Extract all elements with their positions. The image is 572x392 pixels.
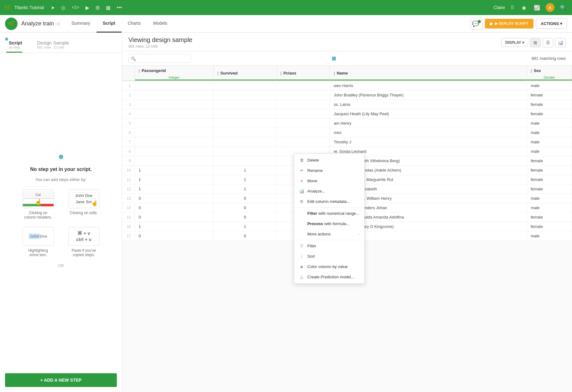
cell-sex[interactable]: male <box>527 194 572 203</box>
cell-sex[interactable]: male <box>527 119 572 128</box>
tab-charts[interactable]: Charts <box>122 15 147 33</box>
sidebar-tab-script[interactable]: Script no step <box>6 38 22 53</box>
cell-survived[interactable]: 1 <box>213 222 276 231</box>
cell-survived[interactable] <box>213 156 276 166</box>
cell-passengerid[interactable]: 0 <box>135 194 213 203</box>
cell-sex[interactable]: male <box>527 137 572 147</box>
menu-item-filter[interactable]: ▽ Filter <box>294 241 364 251</box>
cell-passengerid[interactable]: 1 <box>135 166 213 175</box>
grid-view-button[interactable]: ⊞ <box>530 38 541 47</box>
cell-name[interactable]: Jacques Heath (Lily May Peel) <box>330 109 527 119</box>
cell-pclass[interactable] <box>277 137 330 147</box>
table-row[interactable]: 5 am Henry male <box>122 119 572 128</box>
nav-table-icon[interactable]: ▦ <box>104 3 112 12</box>
menu-item-move[interactable]: ≡ Move <box>294 176 364 186</box>
cell-passengerid[interactable]: 0 <box>135 231 213 241</box>
nav-send-icon[interactable]: ➤ <box>49 3 57 12</box>
menu-item-sort[interactable]: ↕ Sort <box>294 251 364 261</box>
cell-sex[interactable]: female <box>527 166 572 175</box>
cell-name[interactable]: am Henry <box>330 119 527 128</box>
cell-sex[interactable]: male <box>527 147 572 156</box>
th-sex[interactable]: | Sex Gender <box>527 66 572 81</box>
cell-sex[interactable]: female <box>527 156 572 166</box>
cell-survived[interactable] <box>213 128 276 137</box>
nav-code-icon[interactable]: </> <box>70 3 81 12</box>
chart-view-button[interactable]: 📊 <box>555 38 566 47</box>
search-input[interactable] <box>128 54 191 63</box>
menu-item-rename[interactable]: ✏ Rename <box>294 165 364 176</box>
table-row[interactable]: 3 ss. Laina female <box>122 100 572 109</box>
trending-icon[interactable]: 📈 <box>532 3 542 12</box>
cell-name[interactable]: John Bradley (Florence Briggs Thayer) <box>330 90 527 100</box>
cell-pclass[interactable] <box>277 128 330 137</box>
cell-sex[interactable]: female <box>527 184 572 194</box>
cell-passengerid[interactable]: 0 <box>135 203 213 213</box>
cell-survived[interactable]: 1 <box>213 184 276 194</box>
cell-survived[interactable]: 0 <box>213 203 276 213</box>
cell-passengerid[interactable] <box>135 81 213 90</box>
cell-pclass[interactable] <box>277 81 330 90</box>
cell-name[interactable]: wen Harris <box>330 81 527 90</box>
cell-survived[interactable]: 0 <box>213 231 276 241</box>
cell-passengerid[interactable]: 1 <box>135 175 213 184</box>
list-view-button[interactable]: ☰ <box>543 38 553 47</box>
tab-models[interactable]: Models <box>147 15 174 33</box>
cell-survived[interactable]: 0 <box>213 194 276 203</box>
cell-pclass[interactable] <box>277 119 330 128</box>
search-nav-icon[interactable]: 🔍 <box>558 3 568 12</box>
menu-item-analyze[interactable]: 📊 Analyze... <box>294 186 364 196</box>
tab-summary[interactable]: Summary <box>65 15 96 33</box>
table-container[interactable]: | PassengerId Integer | Survived <box>122 66 572 392</box>
cell-sex[interactable]: male <box>527 81 572 90</box>
th-passengerid[interactable]: | PassengerId Integer <box>135 66 213 81</box>
cell-survived[interactable] <box>213 81 276 90</box>
cell-name[interactable]: Timothy J <box>330 137 527 147</box>
table-row[interactable]: 7 Timothy J male <box>122 137 572 147</box>
cell-survived[interactable]: 1 <box>213 175 276 184</box>
cell-passengerid[interactable] <box>135 128 213 137</box>
project-name[interactable]: Titantic Tutorial <box>14 5 44 10</box>
cell-survived[interactable] <box>213 100 276 109</box>
menu-item-edit-meta[interactable]: ⚙ Edit column metadata... <box>294 196 364 207</box>
menu-item-delete[interactable]: 🗑 Delete <box>294 155 364 165</box>
cell-sex[interactable]: female <box>527 213 572 222</box>
cell-survived[interactable] <box>213 147 276 156</box>
cell-passengerid[interactable] <box>135 156 213 166</box>
notification-icon[interactable]: ◉ <box>520 3 528 12</box>
cell-passengerid[interactable] <box>135 109 213 119</box>
cell-sex[interactable]: male <box>527 231 572 241</box>
cell-passengerid[interactable]: 1 <box>135 184 213 194</box>
cell-sex[interactable]: female <box>527 175 572 184</box>
display-button[interactable]: DISPLAY ▾ <box>501 38 528 47</box>
cell-name[interactable]: mes <box>330 128 527 137</box>
actions-button[interactable]: ACTIONS ▾ <box>536 18 567 29</box>
menu-item-filter-num[interactable]: Filter with numerical range... <box>294 208 364 219</box>
table-row[interactable]: 2 John Bradley (Florence Briggs Thayer) … <box>122 90 572 100</box>
nav-more-icon[interactable]: ••• <box>115 3 124 12</box>
cell-sex[interactable]: female <box>527 90 572 100</box>
add-step-button[interactable]: + ADD A NEW STEP <box>5 373 117 387</box>
table-row[interactable]: 1 wen Harris male <box>122 81 572 90</box>
nav-play-icon[interactable]: ▶ <box>84 3 91 12</box>
table-row[interactable]: 6 mes male <box>122 128 572 137</box>
sidebar-tab-design[interactable]: Design Sample 891 rows 12 cols <box>37 38 69 53</box>
cell-survived[interactable] <box>213 109 276 119</box>
th-pclass[interactable]: | Pclass <box>277 66 330 81</box>
deploy-script-button[interactable]: ▶ ▶ DEPLOY SCRIPT <box>485 19 533 28</box>
cell-passengerid[interactable] <box>135 90 213 100</box>
cell-sex[interactable]: female <box>527 222 572 231</box>
cell-survived[interactable]: 0 <box>213 213 276 222</box>
cell-pclass[interactable] <box>277 100 330 109</box>
th-name[interactable]: | Name <box>330 66 527 81</box>
comment-button[interactable]: 💬 <box>471 18 482 30</box>
cell-survived[interactable] <box>213 119 276 128</box>
cell-passengerid[interactable]: 1 <box>135 222 213 231</box>
cell-sex[interactable]: female <box>527 100 572 109</box>
cell-survived[interactable]: 1 <box>213 166 276 175</box>
cell-pclass[interactable] <box>277 90 330 100</box>
grid-apps-icon[interactable]: ⠿ <box>509 3 516 12</box>
cell-passengerid[interactable] <box>135 119 213 128</box>
cell-passengerid[interactable] <box>135 137 213 147</box>
menu-item-color[interactable]: ◈ Color column by value <box>294 261 364 272</box>
nav-target-icon[interactable]: ◎ <box>59 3 67 12</box>
